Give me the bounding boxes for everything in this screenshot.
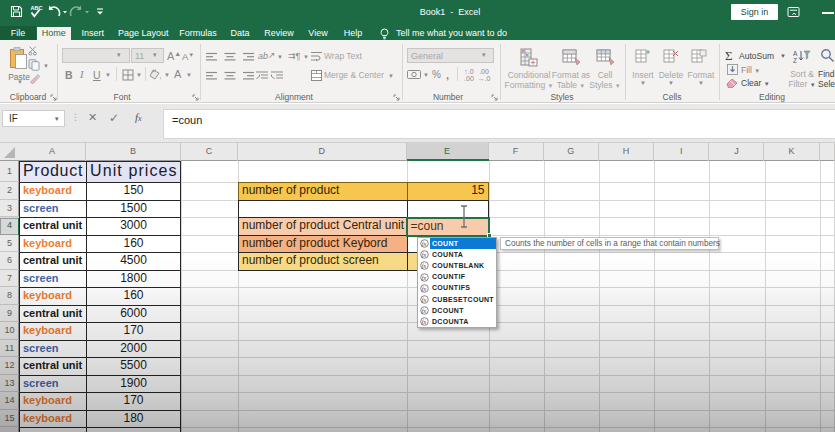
svg-text:fx: fx	[421, 319, 426, 325]
svg-text:Z: Z	[793, 57, 797, 64]
svg-text:fx: fx	[421, 263, 426, 269]
svg-text:A: A	[793, 50, 798, 57]
svg-text:fx: fx	[421, 252, 426, 258]
svg-text:fx: fx	[421, 297, 426, 303]
svg-text:fx: fx	[421, 274, 426, 280]
svg-text:fx: fx	[421, 308, 426, 314]
svg-text:fx: fx	[421, 241, 426, 247]
svg-text:ABC: ABC	[31, 5, 43, 11]
svg-text:fx: fx	[421, 285, 426, 291]
